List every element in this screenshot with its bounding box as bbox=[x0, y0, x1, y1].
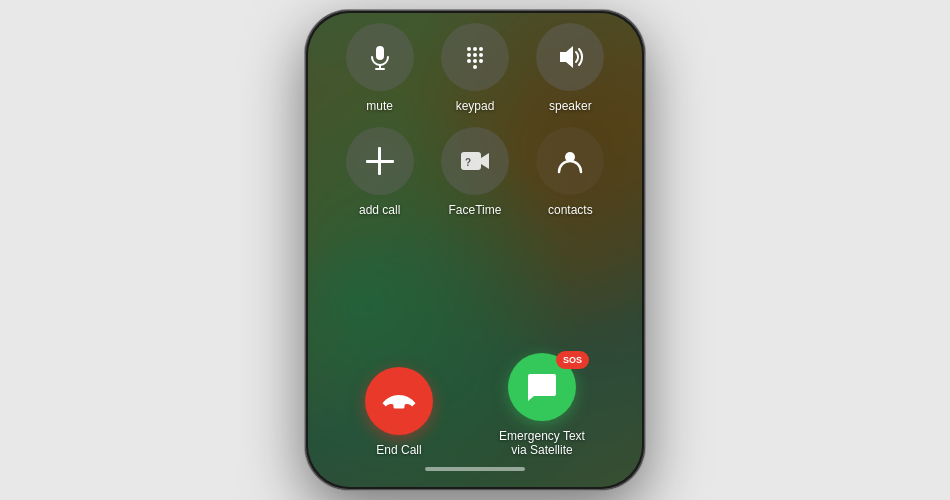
svg-point-5 bbox=[479, 47, 483, 51]
end-call-label: End Call bbox=[376, 443, 421, 457]
facetime-icon: ? bbox=[460, 149, 490, 173]
end-call-circle[interactable] bbox=[365, 367, 433, 435]
keypad-button[interactable]: keypad bbox=[441, 23, 509, 113]
home-indicator[interactable] bbox=[425, 467, 525, 471]
facetime-label: FaceTime bbox=[449, 203, 502, 217]
facetime-circle[interactable]: ? bbox=[441, 127, 509, 195]
svg-point-6 bbox=[467, 53, 471, 57]
screen-content: mute bbox=[308, 13, 642, 487]
speaker-label: speaker bbox=[549, 99, 592, 113]
svg-point-3 bbox=[467, 47, 471, 51]
svg-point-9 bbox=[467, 59, 471, 63]
mute-button[interactable]: mute bbox=[346, 23, 414, 113]
mute-label: mute bbox=[366, 99, 393, 113]
end-call-button[interactable]: End Call bbox=[365, 367, 433, 457]
phone-frame: mute bbox=[305, 10, 645, 490]
svg-marker-13 bbox=[560, 46, 573, 68]
emergency-text-button[interactable]: SOS Emergency Text via Satellite bbox=[499, 353, 585, 457]
add-call-label: add call bbox=[359, 203, 400, 217]
add-call-circle[interactable] bbox=[346, 127, 414, 195]
emergency-label: Emergency Text via Satellite bbox=[499, 429, 585, 457]
phone-screen: mute bbox=[308, 13, 642, 487]
mute-button-circle[interactable] bbox=[346, 23, 414, 91]
svg-point-10 bbox=[473, 59, 477, 63]
speaker-button-circle[interactable] bbox=[536, 23, 604, 91]
message-icon bbox=[526, 372, 558, 402]
end-call-icon bbox=[382, 393, 416, 409]
middle-button-row: add call ? FaceTime bbox=[308, 113, 642, 217]
contacts-button[interactable]: contacts bbox=[536, 127, 604, 217]
contacts-icon bbox=[555, 146, 585, 176]
contacts-circle[interactable] bbox=[536, 127, 604, 195]
keypad-icon bbox=[462, 44, 488, 70]
svg-point-12 bbox=[473, 65, 477, 69]
svg-point-11 bbox=[479, 59, 483, 63]
keypad-label: keypad bbox=[456, 99, 495, 113]
svg-text:?: ? bbox=[465, 157, 471, 168]
speaker-icon bbox=[556, 43, 584, 71]
bottom-button-row: End Call SOS Emergency Text via Satellit… bbox=[308, 353, 642, 457]
add-call-button[interactable]: add call bbox=[346, 127, 414, 217]
speaker-button[interactable]: speaker bbox=[536, 23, 604, 113]
svg-point-7 bbox=[473, 53, 477, 57]
svg-rect-0 bbox=[376, 46, 384, 60]
contacts-label: contacts bbox=[548, 203, 593, 217]
svg-point-4 bbox=[473, 47, 477, 51]
sos-badge: SOS bbox=[556, 351, 589, 369]
facetime-button[interactable]: ? FaceTime bbox=[441, 127, 509, 217]
top-button-row: mute bbox=[308, 13, 642, 113]
svg-point-8 bbox=[479, 53, 483, 57]
plus-icon bbox=[366, 147, 394, 175]
keypad-button-circle[interactable] bbox=[441, 23, 509, 91]
mic-icon bbox=[366, 43, 394, 71]
